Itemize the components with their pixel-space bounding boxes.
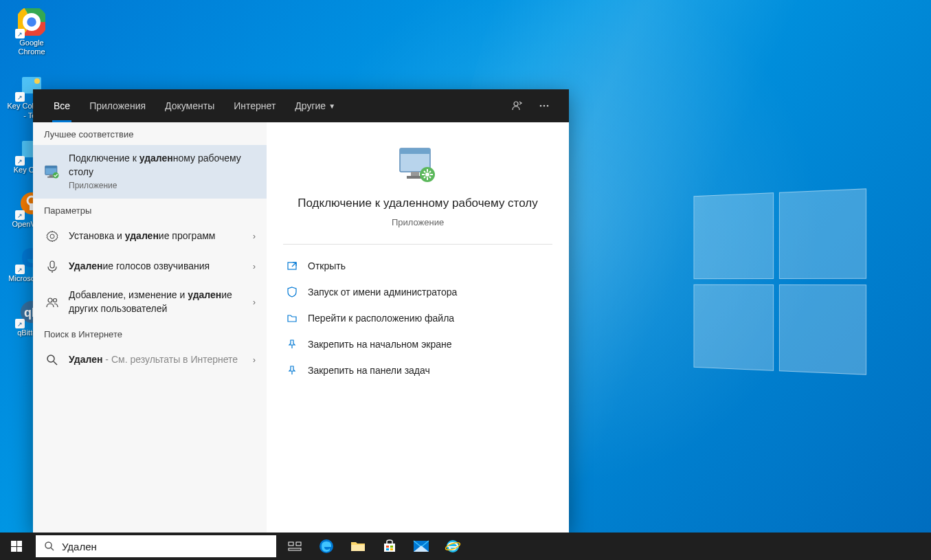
- chevron-down-icon: ▼: [328, 102, 335, 110]
- folder-icon: [286, 312, 298, 324]
- svg-rect-32: [400, 148, 430, 154]
- shield-icon: [286, 286, 298, 298]
- section-best-match: Лучшее соответствие: [33, 122, 267, 145]
- svg-rect-40: [289, 542, 293, 546]
- svg-point-16: [540, 105, 542, 107]
- edge-icon: [318, 538, 335, 555]
- svg-point-18: [547, 105, 549, 107]
- taskbar-file-explorer[interactable]: [342, 533, 374, 560]
- svg-line-39: [51, 548, 54, 550]
- svg-point-27: [48, 298, 52, 302]
- task-view-icon: [288, 541, 302, 552]
- feedback-icon[interactable]: [503, 89, 530, 122]
- svg-rect-25: [50, 261, 54, 268]
- svg-point-24: [50, 234, 54, 238]
- search-input[interactable]: [62, 541, 268, 552]
- svg-point-17: [543, 105, 546, 107]
- more-options-icon[interactable]: [530, 89, 558, 122]
- svg-rect-42: [289, 548, 301, 550]
- folder-icon: [350, 540, 366, 552]
- tab-documents[interactable]: Документы: [155, 89, 224, 122]
- tab-all[interactable]: Все: [44, 89, 80, 122]
- svg-point-38: [45, 542, 52, 548]
- windows-icon: [11, 541, 22, 552]
- people-icon: [44, 294, 60, 311]
- tab-other[interactable]: Другие ▼: [285, 89, 345, 122]
- svg-rect-33: [411, 172, 419, 176]
- desktop-icon-chrome[interactable]: Google Chrome: [5, 7, 58, 56]
- search-preview-pane: Подключение к удаленному рабочему столу …: [267, 122, 569, 533]
- rdp-icon-large: [396, 146, 440, 184]
- chevron-right-icon: ›: [253, 355, 256, 365]
- taskbar: [0, 533, 931, 560]
- search-tabs-bar: Все Приложения Документы Интернет Другие…: [33, 89, 569, 122]
- svg-rect-20: [45, 166, 57, 168]
- chevron-right-icon: ›: [253, 262, 256, 271]
- preview-title: Подключение к удаленному рабочему столу: [298, 195, 537, 212]
- svg-rect-41: [296, 542, 301, 546]
- section-settings: Параметры: [33, 199, 267, 221]
- result-install-remove-programs[interactable]: Установка и удаление программ ›: [33, 221, 267, 251]
- open-icon: [286, 260, 298, 272]
- preview-subtitle: Приложение: [392, 217, 444, 227]
- microphone-icon: [44, 258, 60, 275]
- rdp-icon: [44, 164, 60, 180]
- taskbar-mail[interactable]: [405, 533, 437, 560]
- pin-icon: [286, 364, 298, 377]
- chevron-right-icon: ›: [253, 298, 256, 307]
- action-run-as-admin[interactable]: Запуск от имени администратора: [267, 279, 569, 305]
- pin-icon: [286, 338, 298, 350]
- tab-internet[interactable]: Интернет: [224, 89, 285, 122]
- action-pin-start[interactable]: Закрепить на начальном экране: [267, 331, 569, 357]
- gear-icon: [44, 228, 60, 245]
- search-panel: Все Приложения Документы Интернет Другие…: [33, 89, 569, 533]
- result-web-search[interactable]: Удален - См. результаты в Интернете ›: [33, 345, 267, 375]
- section-web-search: Поиск в Интернете: [33, 322, 267, 345]
- store-icon: [382, 539, 397, 554]
- search-icon: [44, 541, 55, 552]
- svg-point-15: [514, 102, 518, 106]
- taskbar-ie[interactable]: [437, 533, 469, 560]
- chevron-right-icon: ›: [253, 232, 256, 241]
- action-open[interactable]: Открыть: [267, 253, 569, 279]
- svg-point-28: [54, 298, 57, 302]
- svg-point-29: [47, 355, 54, 362]
- svg-rect-44: [351, 545, 365, 551]
- desktop-icon-label: Google Chrome: [5, 38, 58, 56]
- taskbar-store[interactable]: [374, 533, 405, 560]
- svg-point-7: [34, 78, 40, 84]
- result-remove-voices[interactable]: Удаление голосов озвучивания ›: [33, 251, 267, 282]
- taskbar-search-box[interactable]: [36, 535, 276, 557]
- svg-point-36: [425, 172, 429, 177]
- svg-rect-48: [390, 548, 393, 550]
- tab-apps[interactable]: Приложения: [80, 89, 155, 122]
- svg-line-30: [54, 361, 57, 365]
- search-results-list: Лучшее соответствие Подключение к удален…: [33, 122, 267, 533]
- svg-rect-46: [390, 546, 393, 548]
- taskbar-edge[interactable]: [311, 533, 342, 560]
- svg-rect-45: [386, 546, 389, 548]
- svg-rect-47: [386, 548, 389, 550]
- search-icon: [44, 352, 60, 368]
- ie-icon: [445, 538, 461, 555]
- chrome-icon: [18, 8, 45, 36]
- taskbar-task-view[interactable]: [279, 533, 311, 560]
- windows-logo-wallpaper: [693, 188, 866, 374]
- result-manage-users[interactable]: Добавление, изменение и удаление других …: [33, 282, 267, 322]
- action-pin-taskbar[interactable]: Закрепить на панели задач: [267, 357, 569, 383]
- start-button[interactable]: [0, 533, 33, 560]
- svg-rect-21: [49, 175, 53, 177]
- mail-icon: [413, 540, 429, 552]
- result-remote-desktop[interactable]: Подключение к удаленному рабочему столу …: [33, 145, 267, 199]
- action-open-file-location[interactable]: Перейти к расположению файла: [267, 305, 569, 331]
